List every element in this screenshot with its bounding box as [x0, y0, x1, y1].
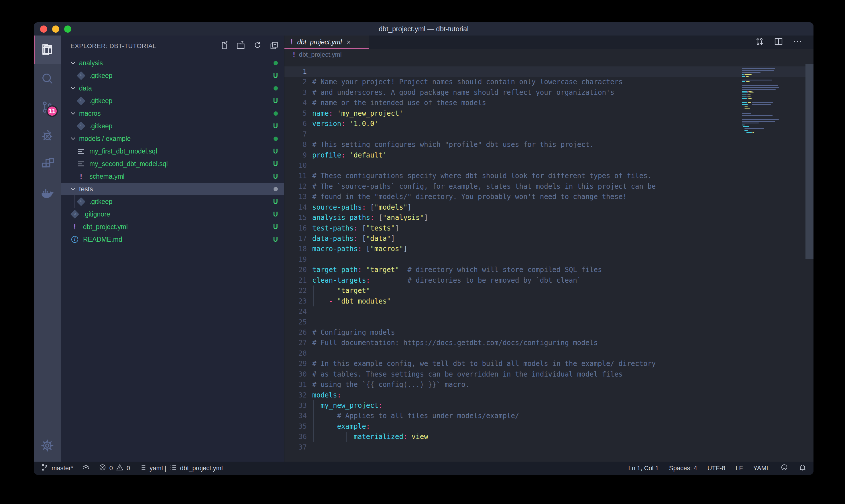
line-number: 34 [284, 411, 307, 421]
code-line-4[interactable]: 4# name or the intended use of these mod… [284, 98, 813, 108]
code-line-6[interactable]: 6version: '1.0.0' [284, 119, 813, 129]
code-line-3[interactable]: 3# and underscores. A good package name … [284, 87, 813, 98]
refresh-icon[interactable] [253, 41, 263, 52]
code-line-15[interactable]: 15analysis-paths: ["analysis"] [284, 213, 813, 223]
tree-folder-data[interactable]: data [61, 82, 284, 94]
code-line-18[interactable]: 18macro-paths: ["macros"] [284, 244, 813, 254]
activity-item-explorer[interactable] [34, 36, 61, 64]
git-branch-status[interactable]: master* [41, 463, 73, 473]
zoom-window-button[interactable] [64, 25, 71, 33]
eol-setting[interactable]: LF [736, 465, 743, 472]
encoding-setting[interactable]: UTF-8 [707, 465, 725, 472]
git-status-dot [273, 187, 278, 191]
scrollbar-thumb[interactable] [806, 64, 813, 259]
code-line-10[interactable]: 10 [284, 160, 813, 171]
code-line-22[interactable]: 22 - "target" [284, 286, 813, 296]
activity-item-source-control[interactable]: 11 [34, 93, 61, 122]
tree-file-dbt-project-yml[interactable]: !dbt_project.ymlU [61, 220, 284, 233]
code-line-24[interactable]: 24 [284, 306, 813, 317]
code-line-14[interactable]: 14source-paths: ["models"] [284, 202, 813, 213]
linter-status[interactable]: yaml | dbt_project.yml [139, 463, 222, 473]
tab-dbt-project-yml[interactable]: ! dbt_project.yml × [284, 36, 369, 49]
code-line-11[interactable]: 11# These configurations specify where d… [284, 171, 813, 181]
problems-status[interactable]: 0 0 [98, 463, 130, 473]
code-line-19[interactable]: 19 [284, 254, 813, 265]
tree-file-my-first-dbt-model-sql[interactable]: my_first_dbt_model.sqlU [61, 145, 284, 158]
code-line-32[interactable]: 32models: [284, 390, 813, 400]
line-number: 20 [284, 265, 307, 275]
tree-file-my-second-dbt-model-sql[interactable]: my_second_dbt_model.sqlU [61, 158, 284, 170]
code-line-31[interactable]: 31# using the `{{ config(...) }}` macro. [284, 379, 813, 390]
close-window-button[interactable] [40, 25, 47, 33]
activity-item-docker[interactable] [34, 179, 61, 207]
line-number: 13 [284, 192, 307, 202]
new-file-icon[interactable] [219, 41, 229, 52]
activity-item-debug[interactable] [34, 122, 61, 150]
error-icon [98, 463, 107, 473]
sync-button[interactable] [82, 463, 90, 473]
split-editor-icon[interactable] [773, 36, 784, 48]
code-line-16[interactable]: 16test-paths: ["tests"] [284, 223, 813, 233]
code-line-5[interactable]: 5name: 'my_new_project' [284, 108, 813, 119]
code-line-2[interactable]: 2# Name your project! Project names shou… [284, 77, 813, 87]
code-line-12[interactable]: 12# The `source-paths` config, for examp… [284, 181, 813, 192]
code-line-30[interactable]: 30# as tables. These settings can be ove… [284, 369, 813, 379]
tree-file--gitignore[interactable]: ⑂.gitignoreU [61, 208, 284, 220]
tree-folder-macros[interactable]: macros [61, 107, 284, 120]
language-mode[interactable]: YAML [753, 465, 770, 472]
activity-item-settings-gear[interactable] [34, 431, 61, 460]
tree-file--gitkeep[interactable]: ⑂.gitkeepU [61, 94, 284, 107]
code-line-1[interactable]: 1 [284, 67, 813, 77]
breadcrumb[interactable]: ! dbt_project.yml [284, 49, 813, 61]
code-line-23[interactable]: 23 - "dbt_modules" [284, 296, 813, 306]
code-line-27[interactable]: 27# Full documentation: https://docs.get… [284, 338, 813, 348]
code-line-7[interactable]: 7 [284, 129, 813, 140]
git-status-dot [273, 137, 278, 141]
tree-folder-tests[interactable]: tests [61, 183, 284, 195]
code-editor[interactable]: 12# Name your project! Project names sho… [284, 61, 813, 462]
code-line-9[interactable]: 9profile: 'default' [284, 150, 813, 160]
tree-folder-models-example[interactable]: models / example [61, 132, 284, 145]
code-line-25[interactable]: 25 [284, 317, 813, 327]
open-changes-icon[interactable] [754, 36, 765, 48]
code-line-20[interactable]: 20target-path: "target" # directory whic… [284, 265, 813, 275]
tree-file-schema-yml[interactable]: !schema.ymlU [61, 170, 284, 183]
code-line-33[interactable]: 33 my_new_project: [284, 400, 813, 411]
line-number: 7 [284, 129, 307, 140]
collapse-all-icon[interactable] [269, 41, 279, 52]
line-number: 16 [284, 223, 307, 233]
code-line-29[interactable]: 29# In this example config, we tell dbt … [284, 359, 813, 369]
traffic-lights [40, 22, 71, 36]
git-icon: ⑂ [77, 96, 85, 105]
minimap[interactable] [742, 66, 802, 135]
line-number: 29 [284, 359, 307, 369]
checklist-icon [139, 463, 147, 473]
code-line-17[interactable]: 17data-paths: ["data"] [284, 233, 813, 244]
minimize-window-button[interactable] [52, 25, 59, 33]
close-tab-icon[interactable]: × [346, 38, 350, 47]
chevron-down-icon [69, 135, 77, 142]
code-line-13[interactable]: 13# found in the "models/" directory. Yo… [284, 192, 813, 202]
tree-file--gitkeep[interactable]: ⑂.gitkeepU [61, 69, 284, 82]
tree-file--gitkeep[interactable]: ⑂.gitkeepU [61, 195, 284, 208]
notifications-bell-icon[interactable] [798, 463, 807, 473]
activity-item-extensions[interactable] [34, 150, 61, 179]
cursor-position[interactable]: Ln 1, Col 1 [628, 465, 659, 472]
line-number: 37 [284, 442, 307, 452]
tree-folder-analysis[interactable]: analysis [61, 57, 284, 69]
code-line-8[interactable]: 8# This setting configures which "profil… [284, 140, 813, 150]
activity-item-search[interactable] [34, 64, 61, 93]
more-actions-icon[interactable] [792, 36, 803, 48]
code-line-28[interactable]: 28 [284, 348, 813, 359]
code-line-35[interactable]: 35 example: [284, 421, 813, 432]
code-line-37[interactable]: 37 [284, 442, 813, 452]
tree-file-readme-md[interactable]: iREADME.mdU [61, 233, 284, 246]
code-line-26[interactable]: 26# Configuring models [284, 327, 813, 338]
code-line-21[interactable]: 21clean-targets: # directories to be rem… [284, 275, 813, 286]
code-line-36[interactable]: 36 materialized: view [284, 432, 813, 442]
tree-file--gitkeep[interactable]: ⑂.gitkeepU [61, 120, 284, 132]
new-folder-icon[interactable] [236, 41, 246, 52]
feedback-smiley-icon[interactable] [780, 463, 788, 473]
indentation-setting[interactable]: Spaces: 4 [669, 465, 697, 472]
code-line-34[interactable]: 34 # Applies to all files under models/e… [284, 411, 813, 421]
